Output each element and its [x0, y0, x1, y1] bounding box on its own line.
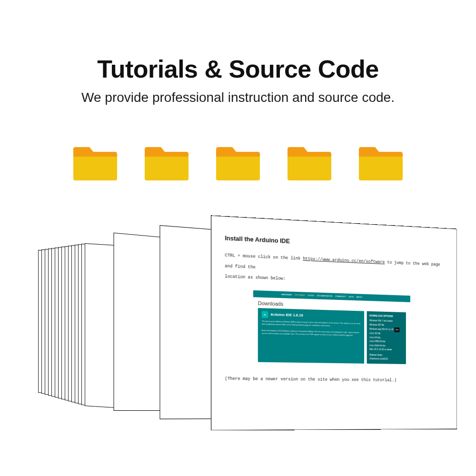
main-title: Tutorials & Source Code	[0, 55, 476, 83]
folder-icon	[73, 143, 117, 180]
svg-rect-9	[359, 154, 403, 157]
folders-row	[0, 143, 476, 180]
subtitle-text: We provide professional instruction and …	[0, 90, 476, 105]
get-button-badge: Get	[394, 327, 399, 332]
navbar-item: DOCUMENTATION	[317, 295, 332, 298]
svg-rect-4	[216, 154, 260, 180]
documents-fan: Do Click on Click on After the Clic Down…	[29, 217, 447, 464]
doc-footnote: (There may be a newer version on the sit…	[225, 376, 445, 383]
ide-source-note: Active development of the Arduino softwa…	[262, 329, 361, 337]
navbar-item: SOFTWARE	[295, 294, 305, 297]
download-left-panel: ∞ Arduino IDE 1.8.19 The open-source Ard…	[258, 308, 364, 364]
svg-rect-6	[288, 154, 331, 180]
doc-text: CTRL + mouse click on the link	[225, 253, 303, 261]
download-option: Checksums (sha512)	[369, 357, 403, 362]
svg-rect-1	[73, 154, 117, 157]
svg-rect-7	[288, 154, 331, 157]
svg-rect-8	[359, 154, 403, 180]
svg-rect-0	[73, 154, 117, 180]
doc-heading: Install the Arduino IDE	[225, 234, 445, 252]
folder-icon	[359, 143, 403, 180]
doc-link-text: https://www.arduino.cc/en/software	[303, 257, 385, 265]
download-option: Mac OS X 10.10 or newer	[369, 347, 403, 352]
navbar-item: ABOUT	[357, 296, 363, 298]
download-options-header: DOWNLOAD OPTIONS	[369, 314, 403, 319]
folder-icon	[216, 143, 260, 180]
svg-rect-3	[145, 154, 188, 157]
navbar-item: COMMUNITY	[335, 295, 346, 298]
ide-version-title: Arduino IDE 1.8.19	[270, 312, 303, 317]
arduino-logo-icon: ∞	[262, 311, 268, 318]
header-block: Tutorials & Source Code We provide profe…	[0, 0, 476, 105]
folder-icon	[145, 143, 188, 180]
navbar-item: HARDWARE	[281, 293, 292, 296]
navbar-item: BLOG	[349, 296, 354, 298]
folder-icon	[288, 143, 331, 180]
svg-rect-5	[216, 154, 260, 157]
document-page-front: Install the Arduino IDE CTRL + mouse cli…	[211, 215, 457, 430]
navbar-item: CLOUD	[307, 294, 314, 297]
download-options-panel: DOWNLOAD OPTIONS Windows Win 7 and newer…	[367, 311, 406, 364]
svg-rect-2	[145, 154, 188, 180]
ide-description: The open-source Arduino Software (IDE) m…	[262, 320, 361, 328]
download-screenshot: HARDWARESOFTWARECLOUDDOCUMENTATIONCOMMUN…	[253, 290, 410, 369]
